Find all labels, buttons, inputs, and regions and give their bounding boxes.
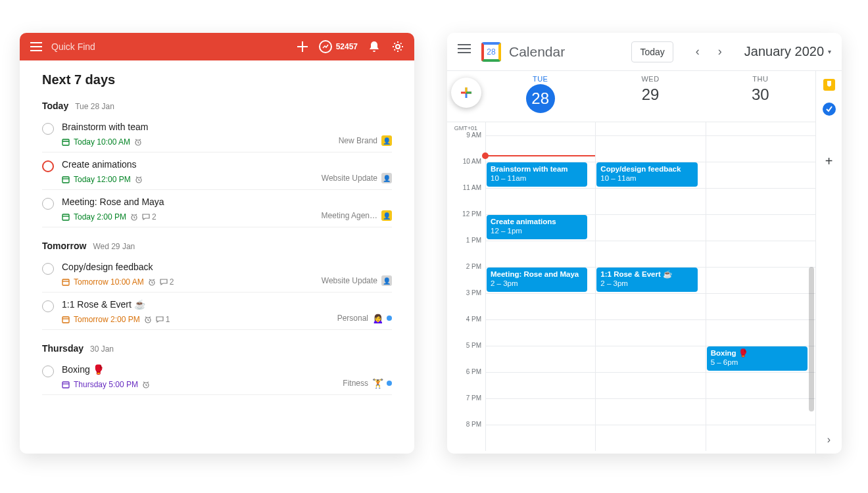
calendar-event[interactable]: Boxing 🥊5 – 6pm	[707, 346, 808, 371]
day-column-header[interactable]: TUE28	[485, 71, 595, 122]
calendar-grid[interactable]: 9 AM10 AM11 AM12 PM1 PM2 PM3 PM4 PM5 PM6…	[447, 122, 815, 451]
calendar-event[interactable]: 1:1 Rose & Evert ☕2 – 3pm	[596, 268, 697, 292]
project-emoji: 🏋️	[372, 378, 383, 388]
task-name: Boxing 🥊	[62, 364, 337, 377]
calendar-event[interactable]: Brainstorm with team10 – 11am	[487, 162, 587, 187]
comments-count[interactable]: 2	[160, 277, 174, 287]
svg-rect-9	[62, 317, 69, 323]
day-section-header: Thursday30 Jan	[42, 343, 392, 354]
event-title: Create animations	[491, 217, 583, 226]
svg-rect-7	[62, 279, 69, 285]
alarm-icon	[142, 381, 150, 388]
task-project[interactable]: New Brand👤	[339, 135, 392, 146]
hour-label: 12 PM	[447, 210, 481, 218]
event-title: Meeting: Rose and Maya	[491, 270, 583, 279]
task-time: Today 2:00 PM	[74, 212, 126, 222]
event-title: Brainstorm with team	[491, 164, 583, 174]
tasks-icon[interactable]	[823, 103, 836, 116]
date-label: Tue 28 Jan	[75, 102, 114, 111]
task-name: Brainstorm with team	[62, 122, 333, 135]
task-project[interactable]: Fitness🏋️	[343, 378, 392, 388]
task-name: Copy/design feedback	[62, 262, 316, 275]
task-checkbox[interactable]	[42, 263, 54, 275]
task-meta: Thursday 5:00 PM	[62, 380, 337, 389]
comments-count[interactable]: 1	[156, 315, 170, 324]
hour-label: 6 PM	[447, 368, 481, 375]
event-time: 2 – 3pm	[600, 279, 693, 288]
comments-count[interactable]: 2	[142, 212, 157, 222]
hour-line	[485, 319, 815, 320]
menu-icon[interactable]	[458, 44, 473, 60]
google-calendar-panel: 28 Calendar Today ‹ › January 2020 ▾	[447, 33, 842, 454]
app-title: Calendar	[509, 44, 565, 60]
task-time: Thursday 5:00 PM	[74, 380, 138, 389]
search-input[interactable]: Quick Find	[51, 41, 295, 52]
hour-line	[485, 188, 815, 189]
task-checkbox[interactable]	[42, 160, 54, 172]
dow-label: THU	[706, 75, 815, 83]
task-row[interactable]: Brainstorm with team Today 10:00 AM New …	[42, 115, 392, 153]
assignee-avatar: 👤	[381, 173, 392, 183]
karma-score[interactable]: 52457	[319, 40, 358, 53]
svg-rect-11	[62, 382, 69, 388]
task-project[interactable]: Meeting Agen…👤	[322, 210, 392, 221]
now-indicator	[485, 155, 595, 156]
task-checkbox[interactable]	[42, 123, 54, 135]
task-checkbox[interactable]	[42, 365, 54, 377]
day-label: Today	[42, 101, 68, 111]
task-project[interactable]: Website Update👤	[322, 275, 392, 286]
todoist-panel: Quick Find 52457 Next 7 days TodayTue 28…	[20, 33, 414, 454]
task-checkbox[interactable]	[42, 300, 54, 312]
hour-label: 9 AM	[447, 131, 481, 139]
task-row[interactable]: Create animations Today 12:00 PM Website…	[42, 153, 392, 190]
calendar-event[interactable]: Meeting: Rose and Maya2 – 3pm	[487, 268, 587, 292]
hour-line	[485, 425, 815, 425]
task-row[interactable]: Meeting: Rose and Maya Today 2:00 PM 2 M…	[42, 190, 392, 227]
hour-label: 4 PM	[447, 316, 481, 323]
collapse-side-icon[interactable]: ›	[827, 434, 831, 446]
task-checkbox[interactable]	[42, 198, 54, 210]
gcal-header: 28 Calendar Today ‹ › January 2020 ▾	[447, 33, 842, 71]
task-project[interactable]: Website Update👤	[322, 173, 392, 183]
create-event-fab[interactable]	[451, 78, 481, 108]
day-section-header: TomorrowWed 29 Jan	[42, 241, 392, 251]
prev-button[interactable]: ‹	[688, 42, 708, 62]
task-row[interactable]: Copy/design feedback Tomorrow 10:00 AM 2…	[42, 255, 392, 293]
project-name: Fitness	[343, 379, 368, 388]
task-name: Create animations	[62, 159, 316, 172]
hour-label: 8 PM	[447, 421, 481, 428]
today-button[interactable]: Today	[631, 41, 673, 62]
nav-arrows: ‹ ›	[688, 42, 730, 62]
task-row[interactable]: 1:1 Rose & Evert ☕ Tomorrow 2:00 PM 1 Pe…	[42, 293, 392, 330]
add-task-icon[interactable]	[295, 39, 310, 54]
keep-icon[interactable]	[823, 79, 835, 91]
svg-point-0	[396, 45, 400, 49]
menu-icon[interactable]	[29, 39, 43, 54]
alarm-icon	[135, 176, 143, 183]
add-addon-icon[interactable]: +	[825, 154, 833, 169]
next-button[interactable]: ›	[710, 42, 730, 62]
svg-rect-3	[62, 177, 69, 183]
task-meta: Tomorrow 2:00 PM 1	[62, 315, 332, 324]
calendar-event[interactable]: Copy/design feedback10 – 11am	[596, 162, 697, 187]
dow-label: TUE	[485, 75, 595, 83]
calendar-event[interactable]: Create animations12 – 1pm	[487, 215, 587, 239]
scrollbar[interactable]	[809, 267, 814, 411]
assignee-avatar: 👤	[381, 135, 392, 146]
day-column-header[interactable]: WED29	[595, 71, 705, 122]
calendar-icon	[62, 381, 70, 388]
day-column-header[interactable]: THU30	[706, 71, 815, 122]
calendar-icon	[62, 278, 70, 286]
notifications-icon[interactable]	[367, 39, 381, 54]
settings-icon[interactable]	[391, 39, 405, 54]
task-row[interactable]: Boxing 🥊 Thursday 5:00 PM Fitness🏋️	[42, 358, 392, 395]
task-project[interactable]: Personal🙍‍♀️	[337, 313, 392, 323]
month-picker[interactable]: January 2020 ▾	[744, 44, 831, 59]
hour-label: 10 AM	[447, 158, 481, 165]
karma-value: 52457	[336, 42, 358, 51]
alarm-icon	[144, 316, 152, 323]
task-time: Tomorrow 10:00 AM	[74, 277, 144, 287]
day-header-row: TUE28WED29THU30	[447, 71, 815, 122]
task-time: Today 10:00 AM	[74, 137, 130, 147]
day-number: 28	[526, 84, 555, 113]
